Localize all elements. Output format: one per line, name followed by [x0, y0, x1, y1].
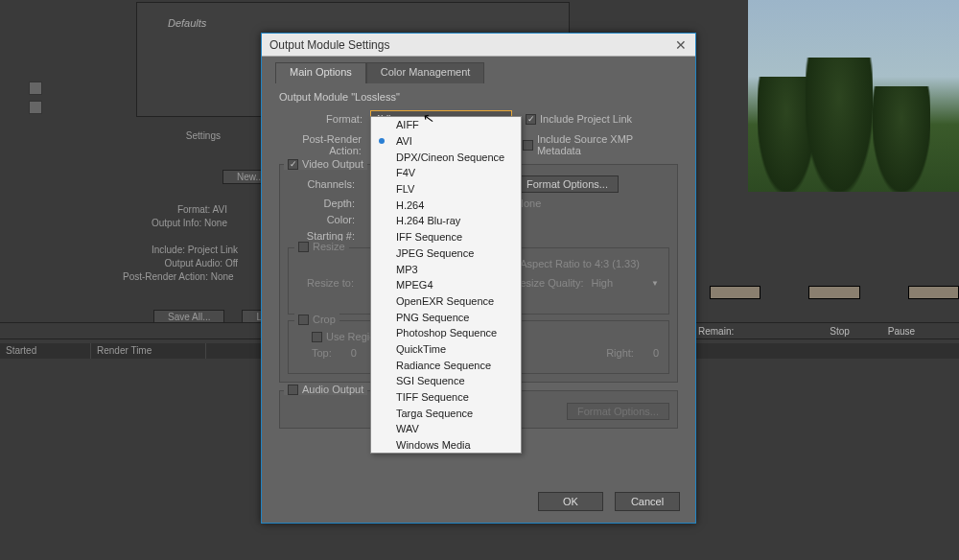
crop-checkbox[interactable]: Crop — [294, 314, 339, 325]
depth-label: Depth: — [288, 198, 363, 209]
started-col: Started — [0, 343, 91, 359]
format-option-jpeg-sequence[interactable]: JPEG Sequence — [371, 245, 521, 262]
format-option-mpeg4[interactable]: MPEG4 — [371, 277, 521, 293]
bg-postrender-val: None — [211, 271, 234, 282]
video-output-checkbox[interactable]: ✓Video Output — [284, 158, 367, 170]
cursor-icon: ↖ — [422, 109, 436, 127]
format-option-png-sequence[interactable]: PNG Sequence — [371, 309, 521, 325]
bg-outinfo-lbl: Output Info: — [152, 218, 201, 228]
format-option-quicktime[interactable]: QuickTime — [371, 341, 521, 358]
timeline-thumb[interactable] — [808, 286, 859, 299]
resizeq-label: Resize Quality: — [512, 277, 583, 289]
chevron-down-icon: ▼ — [651, 279, 659, 288]
module-name: Output Module "Lossless" — [279, 91, 678, 103]
tab-color-management[interactable]: Color Management — [366, 62, 485, 83]
stop-button[interactable]: Stop — [830, 326, 850, 337]
bg-include-lbl: Include: — [152, 245, 185, 255]
ok-button[interactable]: OK — [538, 492, 603, 511]
tab-main-options[interactable]: Main Options — [275, 62, 366, 83]
remain-label: Remain: — [698, 326, 734, 337]
format-options-button[interactable]: Format Options... — [516, 175, 619, 193]
include-xmp-checkbox[interactable]: Include Source XMP Metadata — [523, 133, 678, 156]
top-label: Top: — [312, 347, 332, 359]
format-option-windows-media[interactable]: Windows Media — [371, 437, 521, 454]
bg-postrender-lbl: Post-Render Action: — [123, 271, 208, 282]
format-option-iff-sequence[interactable]: IFF Sequence — [371, 229, 521, 245]
cancel-button[interactable]: Cancel — [615, 492, 680, 511]
format-option-sgi-sequence[interactable]: SGI Sequence — [371, 373, 521, 389]
format-option-wav[interactable]: WAV — [371, 421, 521, 437]
timeline-thumb[interactable] — [908, 286, 959, 299]
bg-outaudio-val: Off — [225, 258, 238, 268]
format-option-avi[interactable]: AVI — [371, 133, 521, 150]
bg-format-val: AVI — [213, 204, 227, 215]
rendertime-col: Render Time — [91, 343, 206, 359]
format-option-h-264-blu-ray[interactable]: H.264 Blu-ray — [371, 213, 521, 229]
format-option-mp3[interactable]: MP3 — [371, 261, 521, 277]
format-option-dpx-cineon-sequence[interactable]: DPX/Cineon Sequence — [371, 149, 521, 165]
format-label: Format: — [279, 113, 370, 125]
format-option-targa-sequence[interactable]: Targa Sequence — [371, 405, 521, 421]
preview-panel — [748, 0, 959, 192]
format-option-radiance-sequence[interactable]: Radiance Sequence — [371, 357, 521, 373]
bg-format-lbl: Format: — [177, 204, 210, 215]
channels-label: Channels: — [288, 178, 363, 190]
dialog-title: Output Module Settings — [269, 38, 389, 52]
format-option-tiff-sequence[interactable]: TIFF Sequence — [371, 389, 521, 406]
defaults-label: Defaults — [168, 17, 206, 29]
bg-outaudio-lbl: Output Audio: — [165, 258, 223, 268]
timeline-thumb[interactable] — [710, 286, 760, 299]
format-option-photoshop-sequence[interactable]: Photoshop Sequence — [371, 325, 521, 341]
pause-button[interactable]: Pause — [888, 326, 915, 337]
format-option-f4v[interactable]: F4V — [371, 165, 521, 181]
titlebar[interactable]: Output Module Settings ✕ — [262, 34, 695, 57]
tool-icon[interactable] — [29, 101, 42, 114]
resizeq-value: High — [591, 277, 613, 289]
audio-output-checkbox[interactable]: Audio Output — [284, 384, 367, 395]
format-option-openexr-sequence[interactable]: OpenEXR Sequence — [371, 293, 521, 310]
format-option-aiff[interactable]: AIFF — [371, 117, 521, 133]
format-option-h-264[interactable]: H.264 — [371, 197, 521, 213]
bg-outinfo-val: None — [204, 218, 227, 228]
right-label: Right: — [606, 347, 634, 359]
close-icon[interactable]: ✕ — [674, 38, 688, 52]
resize-checkbox[interactable]: Resize — [294, 241, 349, 252]
format-option-flv[interactable]: FLV — [371, 181, 521, 198]
bg-include-val: Project Link — [188, 245, 238, 255]
color-label: Color: — [288, 214, 363, 225]
right-value: 0 — [653, 347, 659, 359]
tool-icon[interactable] — [29, 82, 42, 95]
audio-format-options-button[interactable]: Format Options... — [567, 403, 669, 420]
settings-label: Settings — [186, 130, 221, 141]
resizeto-label: Resize to: — [298, 277, 362, 289]
postrender-label: Post-Render Action: — [279, 133, 369, 156]
format-dropdown: AIFFAVIDPX/Cineon SequenceF4VFLVH.264H.2… — [370, 116, 522, 454]
top-value: 0 — [351, 347, 357, 359]
include-project-link-checkbox[interactable]: ✓Include Project Link — [526, 113, 632, 125]
